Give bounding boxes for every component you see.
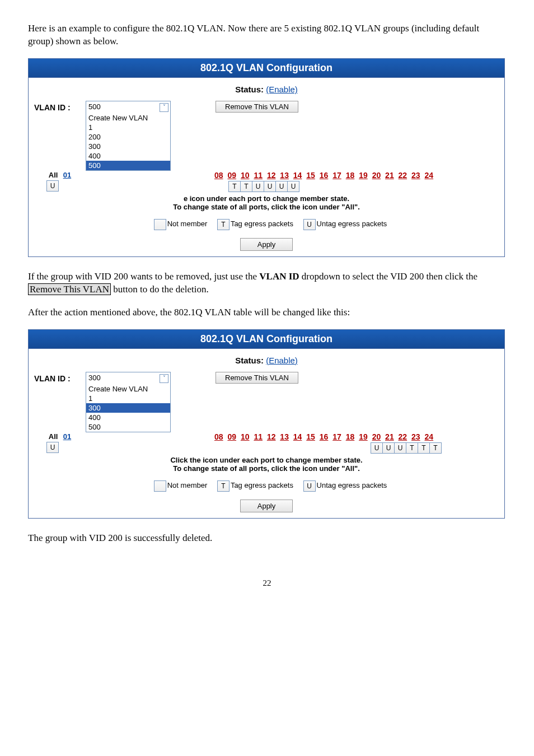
legend-tag-icon: T: [217, 219, 229, 230]
all-state-button[interactable]: U: [46, 180, 59, 192]
status-link[interactable]: (Enable): [266, 85, 298, 94]
port-link[interactable]: 10: [241, 432, 250, 441]
apply-button[interactable]: Apply: [240, 238, 293, 251]
port-state-button[interactable]: U: [252, 181, 264, 192]
port-link[interactable]: 18: [346, 432, 355, 441]
legend-tag-label: Tag egress packets: [231, 481, 293, 489]
status-label: Status:: [235, 356, 264, 365]
port-link[interactable]: 09: [227, 171, 236, 180]
port-state-button[interactable]: T: [418, 442, 430, 454]
port-link[interactable]: 10: [241, 171, 250, 180]
dropdown-option[interactable]: 1: [86, 123, 170, 132]
remove-vlan-button[interactable]: Remove This VLAN: [216, 372, 298, 384]
vlanid-label: VLAN ID :: [34, 372, 86, 383]
port-state-button[interactable]: U: [287, 181, 299, 192]
apply-button[interactable]: Apply: [240, 500, 293, 512]
legend: Not member TTag egress packets UUntag eg…: [34, 219, 499, 230]
dropdown-option[interactable]: 400: [86, 151, 170, 161]
dropdown-option[interactable]: 300: [86, 142, 170, 151]
legend-untag-label: Untag egress packets: [317, 481, 387, 489]
port-link[interactable]: 23: [411, 171, 420, 180]
dropdown-option[interactable]: 200: [86, 132, 170, 142]
panel-title: 802.1Q VLAN Configuration: [29, 59, 504, 78]
port-state-button[interactable]: T: [240, 181, 252, 192]
port-link[interactable]: 08: [214, 432, 223, 441]
hint-text: Click the icon under each port to change…: [34, 456, 499, 473]
port-link[interactable]: 13: [280, 171, 289, 180]
all-port-link[interactable]: 01: [63, 171, 71, 179]
outro-paragraph: The group with VID 200 is successfully d…: [28, 532, 506, 545]
port-link[interactable]: 16: [320, 432, 329, 441]
port-link[interactable]: 08: [214, 171, 223, 180]
all-state-button[interactable]: U: [46, 442, 59, 453]
dropdown-selected-value: 300: [88, 374, 101, 383]
port-link[interactable]: 12: [267, 171, 276, 180]
dropdown-selected-value: 500: [88, 102, 101, 112]
legend: Not member TTag egress packets UUntag eg…: [34, 480, 499, 492]
port-link[interactable]: 24: [425, 432, 434, 441]
port-link[interactable]: 21: [385, 171, 394, 180]
dropdown-option-selected[interactable]: 300: [86, 403, 170, 413]
port-link[interactable]: 14: [293, 432, 302, 441]
port-link[interactable]: 13: [280, 432, 289, 441]
dropdown-option[interactable]: 400: [86, 413, 170, 422]
dropdown-option[interactable]: 1: [86, 394, 170, 403]
port-link[interactable]: 20: [372, 171, 381, 180]
port-link[interactable]: 12: [267, 432, 276, 441]
port-link[interactable]: 22: [399, 171, 407, 180]
legend-untag-icon: U: [303, 219, 316, 230]
port-link[interactable]: 14: [293, 171, 302, 180]
port-state-button[interactable]: U: [394, 442, 406, 454]
vlanid-dropdown[interactable]: 300 ˅ Create New VLAN 1 300 400 500: [86, 372, 171, 432]
legend-tag-icon: T: [217, 480, 229, 492]
dropdown-option[interactable]: Create New VLAN: [86, 113, 170, 123]
port-state-button[interactable]: T: [406, 442, 418, 454]
intro-paragraph: Here is an example to configure the 802.…: [28, 22, 506, 48]
remove-vlan-button[interactable]: Remove This VLAN: [216, 101, 298, 113]
status-link[interactable]: (Enable): [266, 356, 298, 365]
port-header-row: 08 09 10 11 12 13 14 15 16 17 18 19 20 2…: [214, 171, 435, 180]
all-port-link[interactable]: 01: [63, 432, 71, 441]
dropdown-option[interactable]: 500: [86, 422, 170, 432]
port-link[interactable]: 17: [332, 171, 341, 180]
dropdown-option-selected[interactable]: 500: [86, 161, 170, 170]
legend-untag-label: Untag egress packets: [317, 220, 387, 228]
legend-not-member-label: Not member: [167, 220, 208, 228]
port-state-row: T T U U U U: [214, 181, 435, 192]
port-state-button[interactable]: T: [228, 181, 241, 192]
port-state-row: U U U T T T: [371, 442, 442, 454]
port-link[interactable]: 22: [399, 432, 407, 441]
port-link[interactable]: 18: [346, 171, 355, 180]
port-link[interactable]: 15: [306, 171, 315, 180]
port-link[interactable]: 09: [227, 432, 236, 441]
vlanid-dropdown[interactable]: 500 ˅ Create New VLAN 1 200 300 400 500: [86, 101, 171, 171]
port-link[interactable]: 21: [385, 432, 394, 441]
port-link[interactable]: 15: [306, 432, 315, 441]
port-link[interactable]: 11: [254, 171, 263, 180]
port-link[interactable]: 11: [254, 432, 263, 441]
port-link[interactable]: 23: [411, 432, 420, 441]
mid-paragraph-1: If the group with VID 200 wants to be re…: [28, 270, 506, 296]
remove-vlan-inline-button: Remove This VLAN: [28, 283, 111, 295]
port-state-button[interactable]: U: [371, 442, 383, 454]
dropdown-option[interactable]: Create New VLAN: [86, 384, 170, 394]
port-state-button[interactable]: U: [275, 181, 288, 192]
status-line: Status: (Enable): [34, 356, 499, 365]
port-link[interactable]: 24: [425, 171, 434, 180]
legend-not-member-icon: [154, 480, 166, 492]
legend-tag-label: Tag egress packets: [231, 220, 293, 228]
status-label: Status:: [235, 85, 264, 94]
vlan-config-panel-2: 802.1Q VLAN Configuration Status: (Enabl…: [28, 329, 505, 519]
port-link[interactable]: 19: [359, 171, 368, 180]
port-state-button[interactable]: T: [429, 442, 442, 454]
port-state-button[interactable]: U: [382, 442, 395, 454]
port-link[interactable]: 16: [320, 171, 329, 180]
status-line: Status: (Enable): [34, 85, 499, 94]
port-link[interactable]: 19: [359, 432, 368, 441]
dropdown-list: Create New VLAN 1 200 300 400 500: [86, 113, 170, 170]
port-link[interactable]: 20: [372, 432, 381, 441]
page-number: 22: [28, 578, 506, 588]
port-link[interactable]: 17: [332, 432, 341, 441]
port-state-button[interactable]: U: [264, 181, 276, 192]
vlan-config-panel-1: 802.1Q VLAN Configuration Status: (Enabl…: [28, 58, 505, 257]
